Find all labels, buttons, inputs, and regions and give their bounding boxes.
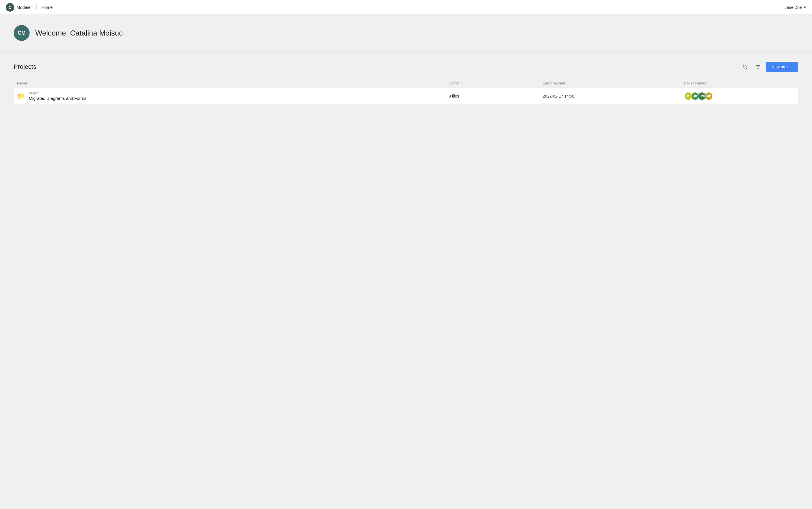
column-header-content: Content: [445, 79, 540, 88]
svg-point-0: [743, 65, 746, 68]
column-header-collaborators: Collaborators: [681, 79, 798, 88]
welcome-message: Welcome, Catalina Moisuc: [35, 29, 123, 37]
new-project-button[interactable]: New project: [766, 62, 798, 72]
table-header: Name Content Last changed ↓ Collaborator…: [14, 79, 798, 88]
filter-button[interactable]: [753, 62, 763, 72]
svg-line-1: [746, 68, 747, 69]
project-content: 9 files: [445, 88, 540, 104]
project-name-cell: 📁 Project Migrated Diagrams and Forms: [14, 88, 445, 104]
collaborator-avatar: MP: [705, 92, 713, 100]
search-button[interactable]: [740, 62, 750, 72]
column-header-last-changed[interactable]: Last changed ↓: [540, 79, 681, 88]
folder-icon: 📁: [17, 93, 25, 100]
filter-icon: [755, 64, 761, 70]
navbar-left: C Modeler Home: [6, 3, 53, 12]
app-icon: C: [6, 3, 14, 12]
search-icon: [742, 64, 748, 70]
app-name: Modeler: [17, 5, 37, 10]
nav-home-link[interactable]: Home: [37, 5, 53, 10]
projects-header: Projects New project: [14, 62, 798, 72]
navbar: C Modeler Home Jane Doe: [0, 0, 812, 15]
chevron-down-icon: [804, 6, 806, 8]
project-collaborators: JSJDJNMP: [681, 88, 798, 104]
projects-table: Name Content Last changed ↓ Collaborator…: [14, 79, 798, 104]
projects-section: Projects New project Name: [0, 52, 812, 114]
projects-actions: New project: [740, 62, 798, 72]
projects-title: Projects: [14, 63, 36, 70]
welcome-section: CM Welcome, Catalina Moisuc: [0, 15, 812, 52]
projects-tbody: 📁 Project Migrated Diagrams and Forms 9 …: [14, 88, 798, 104]
project-type-label: Project: [29, 91, 87, 95]
table-row[interactable]: 📁 Project Migrated Diagrams and Forms 9 …: [14, 88, 798, 104]
project-last-changed: 2022-02-17 14:58: [540, 88, 681, 104]
project-name: Migrated Diagrams and Forms: [29, 96, 87, 101]
sort-arrow-icon: ↓: [567, 81, 569, 85]
user-menu[interactable]: Jane Doe: [785, 5, 806, 10]
avatar: CM: [14, 25, 30, 41]
column-header-name: Name: [14, 79, 445, 88]
user-display-name: Jane Doe: [785, 5, 802, 10]
